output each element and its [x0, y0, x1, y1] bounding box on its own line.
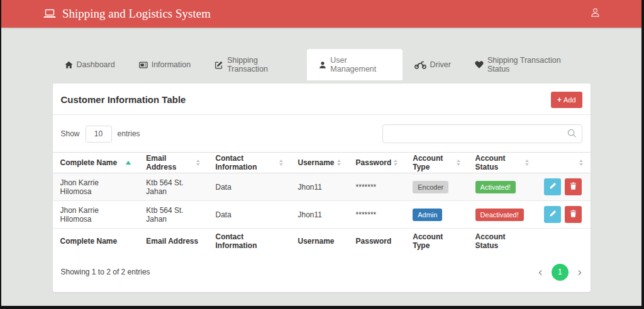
cell-username: Jhon11	[291, 201, 348, 229]
pencil-icon	[549, 182, 557, 192]
tab-shipping-transaction-status[interactable]: Shipping Transaction Status	[463, 49, 591, 80]
table-row: Jhon Karrie Hilomosa Ktb 564 St. Jahan D…	[53, 201, 591, 229]
page-length-control: Show 10 entries	[61, 126, 140, 143]
tab-label: User Management	[330, 56, 390, 73]
cell-complete-name: Jhon Karrie Hilomosa	[53, 173, 139, 201]
cell-complete-name: Jhon Karrie Hilomosa	[53, 201, 139, 229]
col-password[interactable]: Password	[348, 153, 406, 173]
delete-button[interactable]	[565, 178, 582, 195]
newspaper-icon	[139, 61, 148, 69]
col-account-type[interactable]: Account Type	[405, 153, 467, 173]
tab-label: Dashboard	[77, 60, 115, 69]
account-type-badge: Admin	[413, 209, 442, 221]
tab-label: Information	[152, 60, 191, 69]
col-contact-information[interactable]: Contact Information	[208, 153, 290, 173]
pagination: ‹ 1 ›	[538, 264, 582, 281]
app-brand: Shipping and Logistics System	[43, 7, 211, 21]
sort-icon	[196, 160, 200, 166]
tab-user-management[interactable]: User Management	[307, 49, 402, 80]
chevron-left-icon[interactable]: ‹	[538, 266, 543, 278]
user-icon	[319, 61, 326, 69]
cell-contact-information: Data	[208, 201, 290, 229]
cell-password: *******	[348, 201, 406, 229]
foot-username: Username	[291, 229, 348, 254]
col-email-address[interactable]: Email Address	[138, 153, 208, 173]
col-account-status[interactable]: Account Status	[468, 153, 537, 173]
account-user-icon[interactable]	[591, 8, 600, 20]
edit-button[interactable]	[544, 206, 561, 223]
tab-label: Shipping Transaction Status	[487, 56, 579, 73]
motorcycle-icon	[414, 61, 426, 69]
entries-summary: Showing 1 to 2 of 2 entries	[61, 268, 150, 276]
entries-select[interactable]: 10	[86, 126, 112, 143]
cell-username: Jhon11	[291, 173, 348, 201]
foot-contact-information: Contact Information	[208, 229, 290, 254]
cell-password: *******	[348, 173, 406, 201]
sort-icon	[579, 160, 583, 166]
customer-table: Complete Name Email Address Contact Info…	[53, 152, 591, 254]
foot-account-type: Account Type	[405, 229, 467, 254]
laptop-icon	[43, 9, 57, 19]
tab-shipping-transaction[interactable]: Shipping Transaction	[203, 49, 307, 80]
app-title: Shipping and Logistics System	[62, 7, 211, 21]
tab-label: Shipping Transaction	[227, 56, 295, 73]
heart-icon	[475, 61, 484, 68]
chevron-right-icon[interactable]: ›	[577, 266, 582, 278]
pencil-icon	[549, 210, 557, 219]
tab-label: Driver	[430, 60, 451, 69]
customer-information-panel: Customer Information Table + Add Show 10…	[53, 84, 591, 292]
trash-icon	[570, 210, 577, 219]
edit-button[interactable]	[544, 178, 561, 195]
top-header-bar: Shipping and Logistics System	[1, 0, 641, 28]
sort-icon	[337, 160, 341, 166]
tab-driver[interactable]: Driver	[402, 49, 463, 80]
foot-password: Password	[348, 229, 406, 254]
foot-account-status: Account Status	[468, 229, 537, 254]
sort-icon	[457, 160, 460, 166]
tab-dashboard[interactable]: Dashboard	[53, 49, 127, 80]
col-complete-name[interactable]: Complete Name	[53, 153, 139, 173]
sort-icon	[279, 160, 283, 166]
search-input[interactable]	[382, 124, 582, 143]
foot-actions	[536, 229, 590, 254]
sort-icon	[394, 160, 397, 166]
edit-square-icon	[214, 61, 223, 69]
add-button[interactable]: + Add	[551, 92, 582, 108]
panel-title: Customer Information Table	[61, 94, 582, 105]
col-username[interactable]: Username	[291, 153, 348, 173]
page-1-button[interactable]: 1	[552, 264, 569, 281]
plus-icon: +	[557, 95, 562, 104]
table-header-row: Complete Name Email Address Contact Info…	[53, 153, 591, 173]
foot-email-address: Email Address	[138, 229, 208, 254]
account-type-badge: Encoder	[413, 181, 448, 193]
main-nav: Dashboard Information Shipping Transacti…	[53, 49, 591, 80]
table-footer-row: Complete Name Email Address Contact Info…	[53, 229, 591, 254]
entries-label: entries	[118, 129, 140, 138]
home-icon	[65, 61, 73, 69]
show-label: Show	[61, 129, 80, 138]
app-screen: Shipping and Logistics System Dashboard	[1, 0, 641, 306]
foot-complete-name: Complete Name	[53, 229, 139, 254]
table-row: Jhon Karrie Hilomosa Ktb 564 St. Jahan D…	[53, 173, 591, 201]
sort-icon	[525, 160, 529, 166]
account-status-badge: Deactivated!	[475, 209, 524, 221]
sort-asc-icon	[126, 161, 131, 165]
cell-email-address: Ktb 564 St. Jahan	[138, 201, 208, 229]
account-status-badge: Activated!	[475, 181, 516, 193]
trash-icon	[570, 182, 577, 192]
cell-email-address: Ktb 564 St. Jahan	[138, 173, 208, 201]
col-actions[interactable]	[536, 153, 590, 173]
cell-contact-information: Data	[208, 173, 290, 201]
delete-button[interactable]	[565, 206, 582, 223]
tab-information[interactable]: Information	[127, 49, 203, 80]
